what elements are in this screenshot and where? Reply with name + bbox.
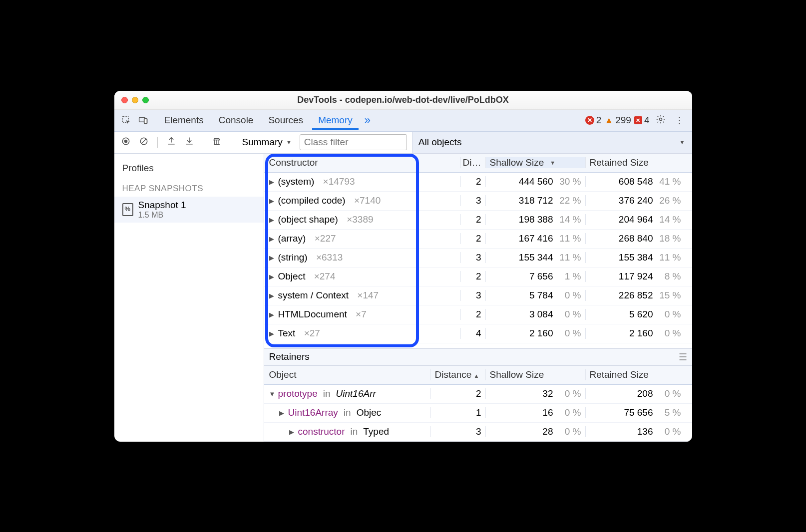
retainer-row[interactable]: ▶ Uint16ArrayinObjec1160 %75 6565 % bbox=[264, 404, 692, 423]
inspect-element-icon[interactable] bbox=[119, 115, 133, 125]
snapshot-name: Snapshot 1 bbox=[138, 200, 186, 211]
titlebar: DevTools - codepen.io/web-dot-dev/live/P… bbox=[114, 91, 692, 110]
issue-icon: ✕ bbox=[634, 116, 642, 124]
table-header: Constructor Di… Shallow Size▼ Retained S… bbox=[264, 154, 692, 173]
disclosure-icon: ▼ bbox=[269, 390, 275, 398]
rcol-object[interactable]: Object bbox=[264, 369, 430, 380]
table-row[interactable]: ▶ (object shape) ×33892198 38814 %204 96… bbox=[264, 211, 692, 230]
col-retained[interactable]: Retained Size bbox=[585, 157, 685, 168]
disclosure-icon: ▶ bbox=[269, 197, 275, 205]
col-shallow[interactable]: Shallow Size▼ bbox=[485, 157, 585, 168]
panel-tabs-bar: Elements Console Sources Memory » ✕2 ▲29… bbox=[114, 110, 692, 132]
disclosure-icon: ▶ bbox=[269, 216, 275, 224]
retainers-title: Retainers bbox=[269, 351, 310, 362]
device-toolbar-icon[interactable] bbox=[136, 115, 150, 125]
disclosure-icon: ▶ bbox=[269, 254, 275, 262]
tab-sources[interactable]: Sources bbox=[262, 111, 309, 130]
window-title: DevTools - codepen.io/web-dot-dev/live/P… bbox=[114, 95, 692, 105]
rcol-distance[interactable]: Distance▲ bbox=[430, 369, 485, 380]
retainers-body: ▼ prototypeinUint16Arr2320 %2080 %▶ Uint… bbox=[264, 385, 692, 442]
import-icon[interactable] bbox=[183, 136, 196, 149]
clear-button[interactable] bbox=[137, 136, 150, 149]
tab-memory[interactable]: Memory bbox=[312, 111, 359, 130]
more-options-icon[interactable]: ⋮ bbox=[672, 115, 687, 126]
svg-line-8 bbox=[141, 139, 146, 144]
tab-console[interactable]: Console bbox=[213, 111, 260, 130]
retainers-header: Retainers ☰ bbox=[264, 349, 692, 366]
more-tabs-button[interactable]: » bbox=[362, 114, 374, 127]
disclosure-icon: ▶ bbox=[269, 273, 275, 280]
class-filter-input[interactable] bbox=[300, 134, 407, 150]
retainers-thead: Object Distance▲ Shallow Size Retained S… bbox=[264, 366, 692, 385]
disclosure-icon: ▶ bbox=[269, 178, 275, 186]
disclosure-icon: ▶ bbox=[289, 428, 295, 436]
tab-elements[interactable]: Elements bbox=[158, 111, 210, 130]
table-row[interactable]: ▶ Text ×2742 1600 %2 1600 % bbox=[264, 324, 692, 343]
warning-icon: ▲ bbox=[604, 115, 613, 126]
disclosure-icon: ▶ bbox=[269, 330, 275, 337]
profiles-sidebar: Profiles HEAP SNAPSHOTS Snapshot 1 1.5 M… bbox=[114, 154, 264, 442]
svg-point-4 bbox=[659, 118, 662, 120]
snapshot-item[interactable]: Snapshot 1 1.5 MB bbox=[114, 197, 264, 223]
main-area: Constructor Di… Shallow Size▼ Retained S… bbox=[264, 154, 692, 442]
disclosure-icon: ▶ bbox=[269, 292, 275, 299]
table-row[interactable]: ▶ (compiled code) ×71403318 71222 %376 2… bbox=[264, 192, 692, 211]
view-select[interactable]: Summary bbox=[238, 135, 295, 150]
memory-toolbar: Summary All objects bbox=[114, 132, 692, 154]
panel-tabs: Elements Console Sources Memory bbox=[158, 111, 359, 130]
devtools-window: DevTools - codepen.io/web-dot-dev/live/P… bbox=[114, 91, 692, 442]
retainers-table: Object Distance▲ Shallow Size Retained S… bbox=[264, 366, 692, 442]
record-button[interactable] bbox=[119, 136, 132, 149]
issues-badge[interactable]: ✕4 bbox=[634, 115, 650, 126]
table-row[interactable]: ▶ HTMLDocument ×723 0840 %5 6200 % bbox=[264, 305, 692, 324]
body: Profiles HEAP SNAPSHOTS Snapshot 1 1.5 M… bbox=[114, 154, 692, 442]
constructor-table: Constructor Di… Shallow Size▼ Retained S… bbox=[264, 154, 692, 349]
svg-rect-2 bbox=[144, 119, 147, 124]
warnings-badge[interactable]: ▲299 bbox=[604, 115, 631, 126]
rcol-retained[interactable]: Retained Size bbox=[585, 369, 685, 380]
table-row[interactable]: ▶ system / Context ×14735 7840 %226 8521… bbox=[264, 286, 692, 305]
sidebar-title: Profiles bbox=[114, 161, 264, 181]
snapshot-size: 1.5 MB bbox=[138, 211, 186, 220]
col-distance[interactable]: Di… bbox=[460, 157, 485, 168]
export-icon[interactable] bbox=[165, 136, 178, 149]
disclosure-icon: ▶ bbox=[279, 409, 285, 417]
gc-icon[interactable] bbox=[210, 136, 223, 149]
settings-icon[interactable] bbox=[653, 114, 669, 127]
retainers-menu-icon[interactable]: ☰ bbox=[679, 351, 687, 363]
retainer-row[interactable]: ▶ constructorinTyped3280 %1360 % bbox=[264, 423, 692, 442]
retainer-row[interactable]: ▼ prototypeinUint16Arr2320 %2080 % bbox=[264, 385, 692, 404]
sidebar-section: HEAP SNAPSHOTS bbox=[114, 181, 264, 197]
scope-select[interactable]: All objects bbox=[412, 132, 692, 153]
table-row[interactable]: ▶ (string) ×63133155 34411 %155 38411 % bbox=[264, 249, 692, 267]
svg-point-6 bbox=[124, 139, 127, 143]
table-body: ▶ (system) ×147932444 56030 %608 54841 %… bbox=[264, 173, 692, 343]
col-constructor[interactable]: Constructor bbox=[264, 157, 460, 168]
rcol-shallow[interactable]: Shallow Size bbox=[485, 369, 585, 380]
disclosure-icon: ▶ bbox=[269, 235, 275, 243]
sort-asc-icon: ▲ bbox=[473, 373, 479, 379]
sort-desc-icon: ▼ bbox=[550, 160, 555, 166]
table-row[interactable]: ▶ Object ×27427 6561 %117 9248 % bbox=[264, 267, 692, 286]
snapshot-icon bbox=[122, 203, 133, 216]
table-row[interactable]: ▶ (system) ×147932444 56030 %608 54841 % bbox=[264, 173, 692, 192]
errors-badge[interactable]: ✕2 bbox=[585, 115, 602, 126]
table-row[interactable]: ▶ (array) ×2272167 41611 %268 84018 % bbox=[264, 230, 692, 249]
error-icon: ✕ bbox=[585, 116, 594, 125]
disclosure-icon: ▶ bbox=[269, 311, 275, 318]
status-counters: ✕2 ▲299 ✕4 bbox=[585, 115, 650, 126]
